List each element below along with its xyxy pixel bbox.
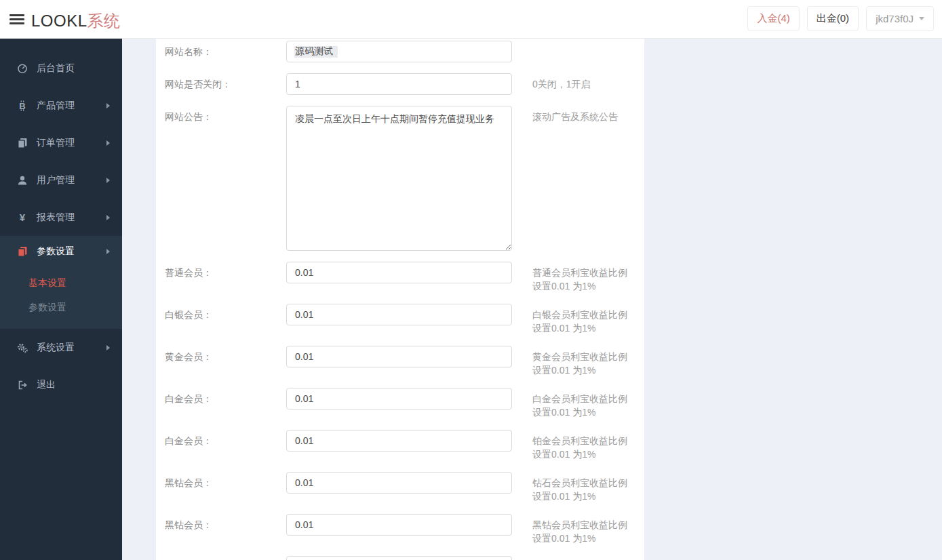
submenu-item-basic-settings[interactable]: 基本设置 <box>0 271 122 295</box>
field-label: 网站公告： <box>165 106 286 127</box>
field-label: 白金会员： <box>165 430 286 452</box>
rate-silver-input[interactable] <box>286 304 512 325</box>
field-hint: 白金会员利宝收益比例设置0.01 为1% <box>532 388 633 419</box>
rate-normal-input[interactable] <box>286 262 512 283</box>
chevron-right-icon <box>106 215 110 220</box>
yen-icon: ¥ <box>16 212 29 223</box>
sidebar-item-label: 退出 <box>37 379 56 391</box>
user-icon <box>16 175 29 186</box>
logo-accent: 系统 <box>87 12 121 30</box>
header-actions: 入金(4) 出金(0) jkd73f0J <box>747 6 934 31</box>
sidebar-item-label: 产品管理 <box>37 100 75 112</box>
sidebar-item-users[interactable]: 用户管理 <box>0 161 122 199</box>
files-icon <box>16 246 29 257</box>
chevron-right-icon <box>106 103 110 108</box>
sidebar-item-label: 参数设置 <box>37 245 75 258</box>
field-hint: 滚动广告及系统公告 <box>532 106 633 123</box>
sidebar-item-label: 订单管理 <box>37 137 75 149</box>
sidebar-item-label: 系统设置 <box>37 342 75 354</box>
chevron-down-icon <box>919 17 924 20</box>
user-menu-button[interactable]: jkd73f0J <box>866 6 934 31</box>
site-closed-input[interactable] <box>286 73 512 95</box>
chevron-right-icon <box>106 140 110 146</box>
rate-platinum-2-input[interactable] <box>286 430 512 452</box>
field-hint: 铂金会员利宝收益比例设置0.01 为1% <box>532 430 633 461</box>
submenu-item-parameter-settings[interactable]: 参数设置 <box>0 295 122 319</box>
site-name-input[interactable] <box>286 41 512 62</box>
sidebar-item-products[interactable]: B 产品管理 <box>0 87 122 124</box>
field-label: 白金会员： <box>165 388 286 409</box>
form-row-rate-normal: 普通会员： 普通会员利宝收益比例设置0.01 为1% <box>156 262 644 293</box>
form-row-site-notice: 网站公告： 凌晨一点至次日上午十点期间暂停充值提现业务 滚动广告及系统公告 <box>156 106 644 251</box>
form-row-rate-silver: 白银会员： 白银会员利宝收益比例设置0.01 为1% <box>156 304 644 335</box>
sidebar-item-system[interactable]: 系统设置 <box>0 329 122 366</box>
files-icon <box>16 138 29 148</box>
field-label: 普通会员： <box>165 262 286 283</box>
main-content: 网站名称： 网站是否关闭： 0关闭，1开启 网站公告： 凌晨一点至次日上午十点期… <box>122 39 942 560</box>
bitcoin-icon: B <box>16 100 29 111</box>
field-hint: 黄金会员利宝收益比例设置0.01 为1% <box>532 346 633 377</box>
form-row-partial-next <box>156 556 644 560</box>
field-label: 黑钻会员： <box>165 472 286 494</box>
sidebar-item-parameters[interactable]: 参数设置 <box>0 236 122 266</box>
sidebar: 后台首页 B 产品管理 订单管理 <box>0 39 122 560</box>
field-label: 网站是否关闭： <box>165 73 286 95</box>
form-row-site-closed: 网站是否关闭： 0关闭，1开启 <box>156 73 644 95</box>
settings-form-card: 网站名称： 网站是否关闭： 0关闭，1开启 网站公告： 凌晨一点至次日上午十点期… <box>156 39 644 560</box>
sidebar-active-section: 参数设置 基本设置 参数设置 <box>0 236 122 329</box>
field-hint: 0关闭，1开启 <box>532 73 633 91</box>
top-header: LOOKL系统 入金(4) 出金(0) jkd73f0J <box>0 0 942 39</box>
dashboard-icon <box>16 63 29 74</box>
field-hint: 钻石会员利宝收益比例设置0.01 为1% <box>532 472 633 503</box>
chevron-right-icon <box>106 345 110 351</box>
field-hint: 白银会员利宝收益比例设置0.01 为1% <box>532 304 633 335</box>
rate-gold-input[interactable] <box>286 346 512 367</box>
signout-icon <box>16 380 29 391</box>
sidebar-item-logout[interactable]: 退出 <box>0 366 122 403</box>
rate-black-diamond-input[interactable] <box>286 514 512 536</box>
sidebar-item-label: 后台首页 <box>37 62 75 75</box>
form-row-site-name: 网站名称： <box>156 41 644 62</box>
rate-diamond-input[interactable] <box>286 472 512 494</box>
form-row-rate-diamond: 黑钻会员： 钻石会员利宝收益比例设置0.01 为1% <box>156 472 644 503</box>
field-hint: 黑钻会员利宝收益比例设置0.01 为1% <box>532 514 633 545</box>
field-label: 黄金会员： <box>165 346 286 367</box>
form-row-rate-platinum-2: 白金会员： 铂金会员利宝收益比例设置0.01 为1% <box>156 430 644 461</box>
withdraw-button[interactable]: 出金(0) <box>807 6 859 31</box>
field-label: 黑钻会员： <box>165 514 286 536</box>
rate-platinum-1-input[interactable] <box>286 388 512 409</box>
deposit-button[interactable]: 入金(4) <box>747 6 799 31</box>
sidebar-item-reports[interactable]: ¥ 报表管理 <box>0 199 122 236</box>
app-logo: LOOKL系统 <box>31 10 121 32</box>
sidebar-item-label: 用户管理 <box>37 174 75 186</box>
gears-icon <box>16 342 29 353</box>
svg-text:B: B <box>19 100 25 111</box>
chevron-right-icon <box>106 249 110 254</box>
logo-main: LOOKL <box>31 12 87 30</box>
sidebar-item-orders[interactable]: 订单管理 <box>0 124 122 161</box>
form-row-rate-black-diamond: 黑钻会员： 黑钻会员利宝收益比例设置0.01 为1% <box>156 514 644 545</box>
next-field-input-partial[interactable] <box>286 556 512 560</box>
sidebar-item-label: 报表管理 <box>37 212 75 224</box>
menu-icon[interactable] <box>9 12 24 27</box>
field-hint: 普通会员利宝收益比例设置0.01 为1% <box>532 262 633 293</box>
field-label: 白银会员： <box>165 304 286 325</box>
form-row-rate-gold: 黄金会员： 黄金会员利宝收益比例设置0.01 为1% <box>156 346 644 377</box>
sidebar-submenu: 基本设置 参数设置 <box>0 266 122 329</box>
sidebar-item-dashboard[interactable]: 后台首页 <box>0 49 122 87</box>
chevron-right-icon <box>106 178 110 183</box>
field-label: 网站名称： <box>165 41 286 62</box>
site-notice-textarea[interactable]: 凌晨一点至次日上午十点期间暂停充值提现业务 <box>286 106 512 251</box>
form-row-rate-platinum-1: 白金会员： 白金会员利宝收益比例设置0.01 为1% <box>156 388 644 419</box>
field-hint <box>532 41 633 45</box>
username: jkd73f0J <box>876 13 914 24</box>
